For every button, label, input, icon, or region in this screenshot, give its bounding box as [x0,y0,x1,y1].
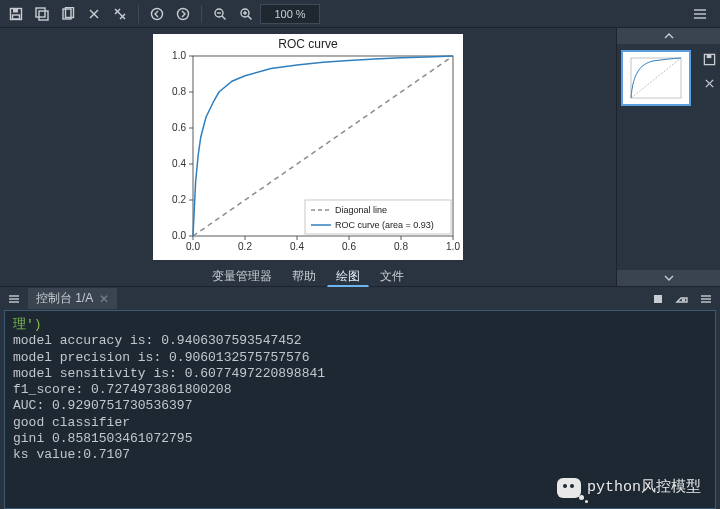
console-line: model accuracy is: 0.9406307593547452 [13,333,707,349]
console-tab[interactable]: 控制台 1/A ✕ [28,288,117,309]
main-area: ROC curve0.00.20.40.60.81.00.00.20.40.60… [0,28,720,286]
console-output[interactable]: 理')model accuracy is: 0.9406307593547452… [4,310,716,509]
console-line: AUC: 0.9290751730536397 [13,398,707,414]
save-icon[interactable] [4,3,28,25]
thumb-save-icon[interactable] [700,50,718,68]
thumbnail-list [617,44,720,270]
tab-help[interactable]: 帮助 [283,265,325,287]
close-icon[interactable] [82,3,106,25]
plot-tab-bar: 变量管理器 帮助 绘图 文件 [203,265,413,287]
svg-text:0.4: 0.4 [172,158,186,169]
svg-point-14 [178,8,189,19]
hamburger-menu-icon[interactable] [688,3,712,25]
console-options-icon[interactable] [696,289,716,309]
svg-text:0.0: 0.0 [172,230,186,241]
zoom-level-input[interactable]: 100 % [260,4,320,24]
svg-point-13 [152,8,163,19]
svg-text:ROC curve (area = 0.93): ROC curve (area = 0.93) [335,220,434,230]
svg-rect-3 [36,8,45,17]
console-line: f1_score: 0.7274973861800208 [13,382,707,398]
console-clear-icon[interactable] [672,289,692,309]
copy-icon[interactable] [56,3,80,25]
svg-line-16 [222,16,226,20]
svg-text:0.8: 0.8 [172,86,186,97]
svg-text:1.0: 1.0 [172,50,186,61]
tab-plot[interactable]: 绘图 [327,265,369,287]
console-tab-label: 控制台 1/A [36,290,93,307]
plot-figure: ROC curve0.00.20.40.60.81.00.00.20.40.60… [153,34,463,263]
watermark-text: python风控模型 [587,479,701,498]
svg-rect-67 [654,295,662,303]
svg-text:0.4: 0.4 [290,241,304,252]
svg-line-19 [248,16,252,20]
svg-text:0.2: 0.2 [172,194,186,205]
watermark: python风控模型 [557,478,701,498]
thumb-scroll-down[interactable] [617,270,720,286]
svg-rect-2 [13,15,20,19]
console-line: gini 0.8581503461072795 [13,431,707,447]
plot-thumbnail[interactable] [621,50,691,106]
svg-text:0.2: 0.2 [238,241,252,252]
zoom-in-icon[interactable] [234,3,258,25]
toolbar-separator [138,5,139,23]
svg-text:0.6: 0.6 [342,241,356,252]
console-line: good classifier [13,415,707,431]
save-all-icon[interactable] [30,3,54,25]
toolbar-separator [201,5,202,23]
thumb-scroll-up[interactable] [617,28,720,44]
back-icon[interactable] [145,3,169,25]
svg-text:ROC curve: ROC curve [278,37,338,51]
svg-rect-61 [706,54,711,58]
console-line: 理') [13,317,707,333]
tab-variable-manager[interactable]: 变量管理器 [203,265,281,287]
svg-text:0.0: 0.0 [186,241,200,252]
console-tab-close-icon[interactable]: ✕ [99,292,109,306]
zoom-out-icon[interactable] [208,3,232,25]
console-header: 控制台 1/A ✕ [0,286,720,310]
thumb-close-icon[interactable] [700,74,718,92]
console-line: ks value:0.7107 [13,447,707,463]
svg-text:0.6: 0.6 [172,122,186,133]
svg-rect-1 [13,8,18,12]
console-line: model precision is: 0.9060132575757576 [13,350,707,366]
roc-chart: ROC curve0.00.20.40.60.81.00.00.20.40.60… [153,34,463,260]
svg-rect-4 [39,11,48,20]
forward-icon[interactable] [171,3,195,25]
svg-text:1.0: 1.0 [446,241,460,252]
svg-text:0.8: 0.8 [394,241,408,252]
console-stop-icon[interactable] [648,289,668,309]
console-menu-icon[interactable] [4,289,24,309]
main-toolbar: 100 % [0,0,720,28]
console-line: model sensitivity is: 0.6077497220898841 [13,366,707,382]
close-all-icon[interactable] [108,3,132,25]
tab-file[interactable]: 文件 [371,265,413,287]
svg-text:Diagonal line: Diagonal line [335,205,387,215]
plot-pane: ROC curve0.00.20.40.60.81.00.00.20.40.60… [0,28,616,286]
thumbnail-pane [616,28,720,286]
